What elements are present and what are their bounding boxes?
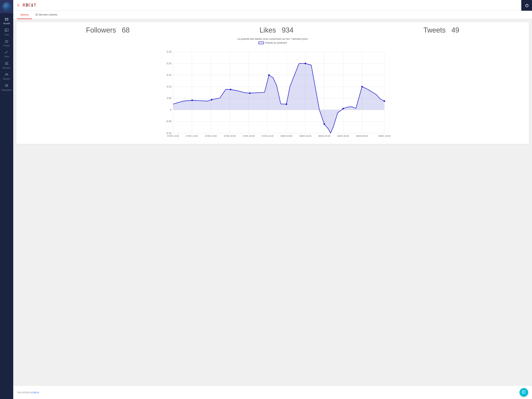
sidebar-label-equipes: Equipes — [3, 78, 10, 80]
svg-text:08/05 08:00: 08/05 08:00 — [356, 135, 368, 137]
avatar-container[interactable] — [0, 0, 13, 13]
svg-line-18 — [6, 64, 6, 64]
topbar: ≡ R3CiT — [13, 0, 532, 11]
legend-box — [258, 41, 264, 44]
svg-line-19 — [7, 64, 8, 64]
legend-label: Polarité du sentiment — [265, 41, 287, 44]
chart-container: La polarité des tweets vous concernant s… — [21, 37, 524, 139]
tweets-stat: Tweets 49 — [423, 26, 459, 34]
footer-brand[interactable]: poligma — [31, 391, 39, 394]
sidebar-label-accueil: Accueil — [3, 22, 10, 25]
svg-rect-4 — [5, 29, 8, 31]
svg-text:07/05 22:00: 07/05 22:00 — [262, 135, 274, 137]
svg-rect-2 — [5, 20, 6, 21]
svg-text:08/05 00:00: 08/05 00:00 — [281, 135, 292, 137]
svg-point-12 — [5, 62, 6, 63]
equipes-icon — [5, 73, 9, 77]
polarity-chart: 0.25 0.20 0.15 0.10 0.05 0 -0.05 -0.10 0… — [21, 46, 524, 139]
sidebar-item-accueil[interactable]: Accueil — [0, 15, 13, 26]
sidebar: Accueil Chat Projets — [0, 0, 13, 399]
chart-title: La polarité des tweets vous concernant s… — [21, 37, 524, 40]
svg-rect-63 — [522, 391, 525, 393]
chart-area-fill — [173, 64, 384, 133]
svg-rect-0 — [5, 18, 6, 19]
svg-point-15 — [7, 64, 8, 65]
svg-text:08/05 02:00: 08/05 02:00 — [299, 135, 311, 137]
svg-text:0.05: 0.05 — [167, 97, 171, 100]
tabs-bar: Aperçu 30 derniers tweets — [13, 11, 532, 19]
main-area: ≡ R3CiT Aperçu 30 derniers tweets Follow… — [13, 0, 532, 399]
svg-text:0.15: 0.15 — [167, 74, 171, 76]
projets-icon — [5, 40, 9, 44]
svg-text:07/05 18:00: 07/05 18:00 — [224, 135, 236, 137]
logo: R3CiT — [23, 3, 36, 8]
svg-rect-6 — [6, 30, 7, 31]
svg-text:0.20: 0.20 — [167, 62, 171, 65]
sidebar-item-projets[interactable]: Projets — [0, 37, 13, 48]
svg-text:08/05 06:00: 08/05 06:00 — [337, 135, 349, 137]
footer: Une solution poligma — [13, 386, 532, 399]
sidebar-item-parametres[interactable]: Paramètres — [0, 81, 13, 93]
footer-text: Une solution poligma — [17, 391, 39, 394]
data-point — [361, 86, 363, 87]
stats-row: Followers 68 Likes 934 Tweets 49 — [21, 26, 524, 34]
svg-text:0.25: 0.25 — [167, 51, 171, 53]
sidebar-nav: Accueil Chat Projets — [0, 13, 13, 399]
followers-stat: Followers 68 — [86, 26, 130, 34]
svg-text:0: 0 — [170, 109, 171, 111]
avatar — [2, 2, 11, 11]
svg-text:07/05 14:00: 07/05 14:00 — [186, 135, 198, 137]
data-point — [230, 89, 231, 90]
svg-text:07/05 16:00: 07/05 16:00 — [205, 135, 217, 137]
svg-rect-3 — [7, 20, 8, 21]
svg-line-16 — [6, 63, 6, 63]
data-point — [342, 108, 344, 109]
svg-text:07/05 20:00: 07/05 20:00 — [243, 135, 255, 137]
data-icon — [5, 51, 9, 55]
svg-text:07/05 12:00: 07/05 12:00 — [167, 135, 179, 137]
hamburger-icon[interactable]: ≡ — [17, 3, 19, 8]
tab-apercu[interactable]: Aperçu — [17, 11, 32, 19]
svg-point-14 — [5, 64, 6, 65]
sidebar-label-projets: Projets — [4, 45, 10, 47]
svg-point-21 — [7, 74, 8, 75]
sidebar-label-data: Data — [5, 56, 9, 58]
dashboard-card: Followers 68 Likes 934 Tweets 49 La pol — [16, 22, 529, 144]
data-point — [268, 74, 270, 76]
svg-text:08/05 10:00: 08/05 10:00 — [379, 135, 390, 137]
sidebar-item-data[interactable]: Data — [0, 48, 13, 59]
svg-text:08/05 04:00: 08/05 04:00 — [318, 135, 330, 137]
sidebar-item-reseaux[interactable]: Réseaux — [0, 59, 13, 71]
svg-rect-62 — [173, 52, 384, 133]
sidebar-label-chat: Chat — [5, 34, 9, 36]
data-point — [249, 92, 251, 94]
parametres-icon — [5, 84, 9, 88]
sidebar-label-parametres: Paramètres — [1, 89, 12, 91]
tab-30-tweets[interactable]: 30 derniers tweets — [32, 11, 60, 19]
data-point — [191, 99, 193, 101]
svg-point-13 — [7, 62, 8, 63]
svg-marker-66 — [523, 393, 523, 394]
svg-point-11 — [6, 63, 7, 64]
svg-point-20 — [6, 73, 7, 75]
data-point — [211, 99, 212, 100]
svg-rect-5 — [6, 30, 6, 30]
data-point — [323, 123, 325, 125]
sidebar-label-reseaux: Réseaux — [3, 67, 11, 69]
svg-text:-0.10: -0.10 — [166, 132, 171, 135]
power-button[interactable] — [521, 0, 532, 11]
data-point — [286, 103, 287, 105]
reseaux-icon — [5, 62, 9, 66]
sidebar-item-equipes[interactable]: Equipes — [0, 71, 13, 81]
chat-fab-button[interactable] — [519, 388, 528, 397]
data-point — [384, 100, 385, 102]
svg-text:-0.05: -0.05 — [166, 120, 171, 123]
svg-text:0.10: 0.10 — [167, 85, 171, 88]
content-area: Followers 68 Likes 934 Tweets 49 La pol — [13, 19, 532, 386]
home-icon — [5, 18, 9, 22]
svg-line-17 — [7, 63, 8, 63]
svg-rect-1 — [7, 18, 8, 19]
chat-icon — [5, 28, 9, 33]
likes-stat: Likes 934 — [260, 26, 293, 34]
sidebar-item-chat[interactable]: Chat — [0, 26, 13, 37]
